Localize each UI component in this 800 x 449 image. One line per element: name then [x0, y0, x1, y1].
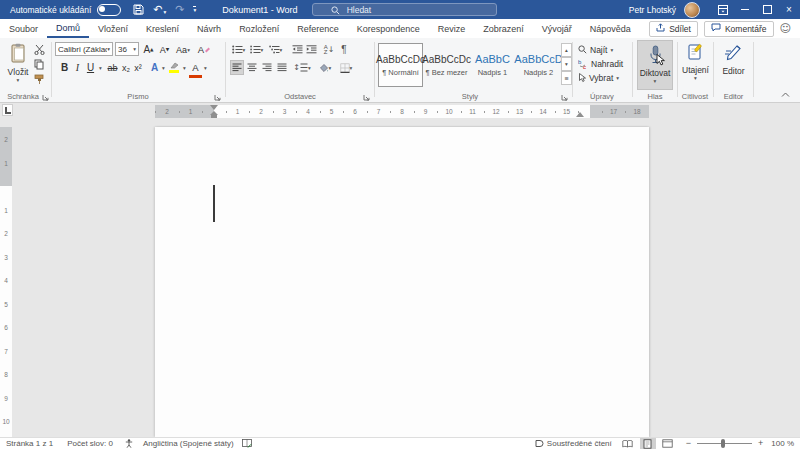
right-indent-marker[interactable]: [576, 112, 584, 117]
tab-domu[interactable]: Domů: [47, 19, 89, 38]
style-no-spacing[interactable]: AaBbCcDc ¶ Bez mezer: [424, 43, 469, 87]
font-name-dropdown-icon[interactable]: ▾: [107, 46, 110, 52]
tab-korespondence[interactable]: Korespondence: [348, 19, 429, 38]
font-color-dropdown-icon[interactable]: ▾: [202, 60, 209, 75]
select-button[interactable]: Vybrat ▾: [578, 71, 619, 84]
sort-button[interactable]: AZ ↓: [321, 42, 337, 57]
tab-stop-selector[interactable]: [2, 104, 13, 116]
accessibility-icon[interactable]: [125, 439, 133, 448]
italic-button[interactable]: I: [72, 60, 83, 75]
numbering-dropdown-icon[interactable]: ▾: [261, 47, 264, 53]
tab-revize[interactable]: Revize: [429, 19, 475, 38]
font-size-combo[interactable]: 36 ▾: [115, 42, 139, 56]
styles-scroll-up[interactable]: ▴: [561, 43, 572, 57]
bullets-button[interactable]: ▾: [230, 42, 247, 57]
tab-vyvojar[interactable]: Vývojář: [533, 19, 581, 38]
tab-soubor[interactable]: Soubor: [0, 19, 47, 38]
cut-button[interactable]: [31, 42, 47, 57]
style-normal[interactable]: AaBbCcDc ¶ Normální: [378, 43, 423, 87]
tab-vlozeni[interactable]: Vložení: [89, 19, 137, 38]
multilevel-dropdown-icon[interactable]: ▾: [280, 47, 283, 53]
underline-button[interactable]: U: [84, 60, 97, 75]
shading-button[interactable]: ▾: [316, 60, 334, 75]
redo-icon[interactable]: ↷: [175, 4, 184, 15]
paragraph-dialog-launcher[interactable]: [363, 93, 371, 101]
dictate-button[interactable]: Diktovat ▾: [637, 40, 673, 90]
customize-qat-icon[interactable]: ▾: [193, 6, 196, 13]
align-right-button[interactable]: [260, 60, 274, 75]
zoom-level[interactable]: 100 %: [771, 439, 794, 448]
web-layout-button[interactable]: [660, 438, 676, 449]
tab-kresleni[interactable]: Kreslení: [137, 19, 188, 38]
style-heading1[interactable]: AaBbC Nadpis 1: [470, 43, 515, 87]
dictate-dropdown-icon[interactable]: ▾: [654, 78, 657, 84]
tab-reference[interactable]: Reference: [288, 19, 348, 38]
paste-button[interactable]: Vložit ▾: [4, 41, 32, 91]
document-area[interactable]: [12, 118, 800, 437]
search-box[interactable]: Hledat: [312, 3, 497, 16]
find-dropdown-icon[interactable]: ▾: [610, 47, 613, 53]
justify-button[interactable]: [275, 60, 289, 75]
replace-button[interactable]: bc Nahradit: [578, 57, 623, 70]
collapse-ribbon-button[interactable]: [781, 90, 790, 100]
text-effects-dropdown-icon[interactable]: ▾: [160, 60, 167, 75]
font-color-button[interactable]: A: [189, 60, 202, 78]
sensitivity-button[interactable]: Utajení ▾: [680, 40, 711, 90]
styles-gallery-more[interactable]: ≡: [561, 71, 572, 85]
align-left-button[interactable]: [230, 60, 244, 75]
paste-dropdown-icon[interactable]: ▾: [17, 77, 20, 83]
line-spacing-dropdown-icon[interactable]: ▾: [308, 65, 311, 71]
tab-rozlozeni[interactable]: Rozložení: [230, 19, 288, 38]
user-avatar[interactable]: [684, 2, 700, 18]
align-center-button[interactable]: [245, 60, 259, 75]
underline-dropdown-icon[interactable]: ▾: [97, 60, 104, 75]
multilevel-list-button[interactable]: ▾: [266, 42, 285, 57]
superscript-button[interactable]: x²: [132, 60, 144, 75]
close-button[interactable]: ×: [778, 0, 800, 19]
font-name-combo[interactable]: Calibri (Základní ▾: [55, 42, 113, 56]
focus-mode-button[interactable]: Soustředěné čtení: [535, 439, 612, 448]
word-count[interactable]: Počet slov: 0: [67, 439, 113, 448]
show-marks-button[interactable]: ¶: [338, 42, 350, 57]
decrease-indent-button[interactable]: [290, 42, 304, 57]
comments-button[interactable]: Komentáře: [704, 21, 774, 37]
bullets-dropdown-icon[interactable]: ▾: [243, 47, 246, 53]
proofing-icon[interactable]: [242, 439, 252, 448]
shading-dropdown-icon[interactable]: ▾: [329, 65, 332, 71]
borders-button[interactable]: ▾: [337, 60, 355, 75]
save-icon[interactable]: [133, 4, 144, 15]
highlight-dropdown-icon[interactable]: ▾: [181, 60, 188, 75]
shrink-font-button[interactable]: A▼: [157, 42, 172, 57]
print-layout-button[interactable]: [640, 438, 656, 449]
minimize-button[interactable]: [734, 0, 756, 19]
maximize-button[interactable]: [756, 0, 778, 19]
change-case-button[interactable]: Aa▾: [174, 42, 192, 57]
subscript-button[interactable]: x₂: [120, 60, 132, 75]
read-mode-button[interactable]: [620, 438, 636, 449]
style-heading2[interactable]: AaBbCcD Nadpis 2: [516, 43, 561, 87]
share-button[interactable]: Sdílet: [649, 21, 698, 37]
editor-button[interactable]: Editor: [717, 40, 750, 90]
clear-formatting-button[interactable]: A: [196, 42, 212, 57]
font-size-dropdown-icon[interactable]: ▾: [133, 46, 136, 52]
ribbon-display-options-button[interactable]: [712, 0, 734, 19]
sensitivity-dropdown-icon[interactable]: ▾: [694, 75, 697, 81]
styles-dialog-launcher[interactable]: [561, 93, 569, 101]
increase-indent-button[interactable]: [304, 42, 318, 57]
vertical-ruler[interactable]: 2112345678910: [0, 118, 12, 437]
styles-scroll-down[interactable]: ▾: [561, 57, 572, 71]
autosave-toggle[interactable]: [97, 4, 121, 16]
select-dropdown-icon[interactable]: ▾: [616, 75, 619, 81]
first-line-indent-marker[interactable]: [210, 105, 218, 110]
undo-button[interactable]: ↶ ▾: [153, 4, 166, 15]
language-indicator[interactable]: Angličtina (Spojené státy): [143, 439, 234, 448]
tab-napoveda[interactable]: Nápověda: [581, 19, 640, 38]
zoom-slider[interactable]: [697, 443, 752, 444]
copy-button[interactable]: [31, 57, 47, 72]
zoom-slider-handle[interactable]: [721, 439, 725, 448]
zoom-out-button[interactable]: −: [686, 439, 691, 448]
numbering-button[interactable]: ▾: [248, 42, 265, 57]
zoom-in-button[interactable]: +: [758, 439, 763, 448]
document-page[interactable]: [155, 127, 649, 437]
highlight-button[interactable]: [167, 60, 181, 75]
